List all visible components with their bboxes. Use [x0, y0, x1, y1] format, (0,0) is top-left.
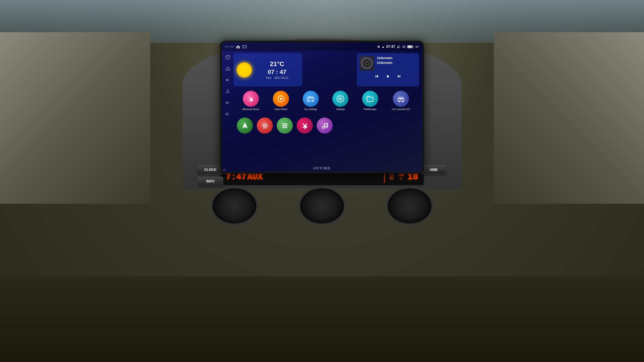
app-bluetooth-music[interactable]: ♪ Bluetooth Music	[242, 91, 259, 111]
music-controls	[359, 73, 416, 81]
vent-spacer2	[359, 187, 372, 225]
vent-spacer	[272, 187, 285, 225]
music-play-button[interactable]	[384, 73, 391, 81]
status-time: 07:47	[386, 45, 395, 49]
app-drawer[interactable]	[277, 117, 293, 134]
car-temp-icon	[388, 173, 396, 181]
app-bluetooth2-icon	[297, 117, 313, 134]
volume-level: 36	[402, 45, 406, 48]
volume-down-button[interactable]	[225, 111, 231, 117]
amb-label: AMB °C	[399, 173, 404, 180]
app-car-launcher-label: Car Launcher AG	[392, 108, 410, 111]
vent-right	[386, 187, 433, 225]
vent-area	[204, 187, 440, 225]
svg-point-24	[282, 123, 284, 124]
left-sidebar	[224, 52, 232, 170]
app-settings-label: Settings	[336, 108, 345, 111]
weather-day: Thur	[266, 76, 271, 79]
status-left: RST POW	[225, 45, 247, 49]
svg-rect-2	[408, 46, 412, 48]
square-icon[interactable]	[242, 45, 247, 49]
svg-rect-12	[308, 97, 314, 98]
app-video-player-icon	[273, 91, 289, 107]
svg-point-32	[286, 126, 287, 128]
vent-left	[211, 187, 258, 225]
app-video-player[interactable]: Video Player	[273, 91, 289, 111]
app-bluetooth-music-icon: ♪	[243, 91, 259, 107]
back-sidebar-button[interactable]	[225, 77, 231, 83]
volume-icon: 🔊	[397, 45, 400, 48]
svg-point-27	[282, 125, 284, 126]
weather-widget[interactable]: 21°C 07 : 47 Thur 2017.10.12	[234, 53, 302, 86]
weather-time: 07 : 47	[255, 69, 299, 75]
app-drawer-icon	[277, 117, 293, 134]
dashboard-right	[494, 32, 644, 204]
dashboard-bottom	[0, 276, 644, 362]
music-prev-button[interactable]	[373, 73, 380, 81]
app-navigation[interactable]	[237, 117, 253, 134]
mic-label: MIC	[223, 169, 226, 171]
volume-up-button[interactable]	[225, 100, 231, 106]
svg-rect-20	[400, 98, 402, 99]
physical-buttons-right: AMB	[421, 165, 446, 175]
app-music2[interactable]	[317, 117, 333, 134]
app-navigation-icon	[237, 117, 253, 134]
home-icon[interactable]	[236, 45, 240, 49]
app-file-manager-icon	[362, 91, 378, 107]
screen-bezel: RST POW ✱ ▲ 07:47 🔊 36	[220, 41, 424, 174]
weather-info: 21°C 07 : 47 Thur 2017.10.12	[255, 60, 299, 79]
brand-text: JOYING	[313, 166, 331, 170]
battery-icon	[407, 45, 414, 48]
amb-button[interactable]: AMB	[421, 165, 446, 175]
music-next-button[interactable]	[396, 73, 402, 81]
svg-text:♪: ♪	[252, 95, 254, 98]
rst-pow-label: RST POW	[225, 46, 234, 48]
svg-rect-0	[243, 46, 246, 48]
wifi-status-icon: ▲	[382, 45, 385, 48]
weather-temperature: 21°C	[255, 60, 299, 67]
app-car-launcher-icon	[393, 91, 409, 107]
svg-point-28	[284, 125, 285, 126]
app-radio[interactable]	[257, 117, 273, 134]
music-title-line2: Unknown	[377, 60, 416, 65]
svg-point-15	[340, 98, 342, 100]
back-icon[interactable]: ↩	[416, 44, 419, 49]
svg-point-26	[286, 123, 287, 124]
svg-point-29	[286, 125, 287, 126]
home-sidebar-button[interactable]	[225, 66, 231, 72]
amb-text: AMB	[399, 173, 404, 177]
navigation-sidebar-button[interactable]	[225, 88, 231, 94]
app-settings[interactable]: Settings	[332, 91, 348, 111]
app-settings-icon	[332, 91, 348, 107]
info-button[interactable]: INFO	[198, 177, 223, 186]
svg-point-23	[264, 125, 265, 126]
svg-rect-3	[412, 46, 413, 47]
bluetooth-status-icon: ✱	[378, 45, 380, 48]
app-car-settings-icon	[303, 91, 319, 107]
svg-point-25	[284, 123, 285, 124]
svg-point-30	[282, 126, 284, 128]
music-album-art	[359, 56, 374, 71]
music-widget[interactable]: Unknown Unknown	[357, 53, 419, 86]
weather-sun-icon	[237, 62, 252, 77]
app-music2-icon	[317, 117, 333, 134]
app-car-settings[interactable]: Car Settings	[303, 91, 319, 111]
app-grid-row1: ♪ Bluetooth Music Video Player	[234, 91, 419, 111]
clock-button[interactable]: CLOCK	[198, 165, 223, 175]
app-bluetooth-music-label: Bluetooth Music	[242, 108, 259, 111]
power-button[interactable]	[225, 54, 231, 60]
physical-buttons-left: CLOCK INFO	[198, 165, 223, 186]
app-file-manager[interactable]: FileManager	[362, 91, 378, 111]
celsius-symbol: °C	[399, 177, 404, 180]
app-file-manager-label: FileManager	[364, 108, 377, 111]
main-screen: RST POW ✱ ▲ 07:47 🔊 36	[222, 42, 422, 172]
status-bar: RST POW ✱ ▲ 07:47 🔊 36	[222, 42, 422, 51]
app-car-launcher[interactable]: Car Launcher AG	[392, 91, 410, 111]
weather-full-date: 2017.10.12	[274, 76, 288, 79]
app-grid-row2	[234, 117, 419, 134]
app-radio-icon	[257, 117, 273, 134]
music-title-line1: Unknown	[377, 56, 416, 60]
app-bluetooth2[interactable]	[297, 117, 313, 134]
music-album-disc	[362, 58, 372, 69]
status-right: ✱ ▲ 07:47 🔊 36 ↩	[378, 44, 419, 49]
